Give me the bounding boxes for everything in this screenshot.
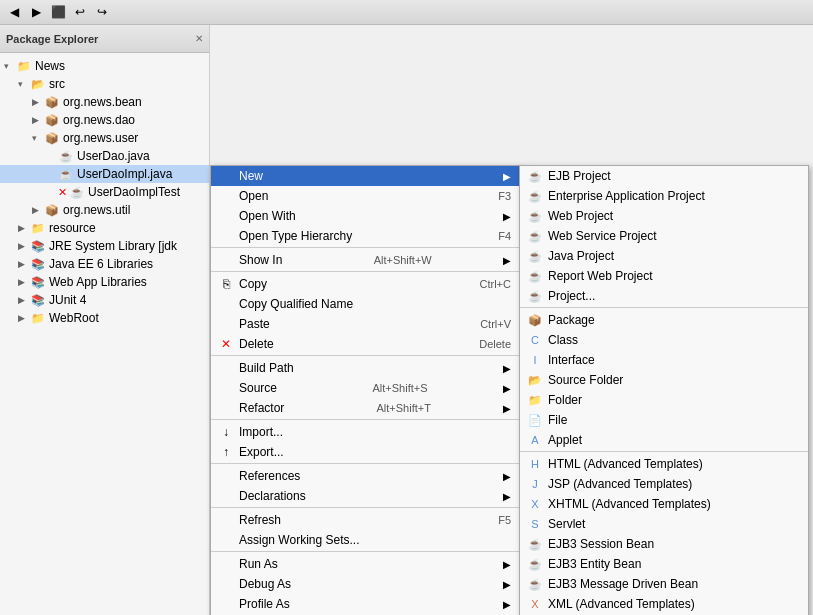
menu-label-profile-as: Profile As [239, 597, 290, 611]
menu-label-ejb3-entity: EJB3 Entity Bean [548, 557, 641, 571]
menu-item-copy[interactable]: ⎘ Copy Ctrl+C [211, 274, 519, 294]
menu-item-open-type[interactable]: Open Type Hierarchy F4 [211, 226, 519, 248]
menu-item-delete[interactable]: ✕ Delete Delete [211, 334, 519, 356]
menu-item-ejb3-session[interactable]: ☕ EJB3 Session Bean [520, 534, 808, 554]
menu-label-ejb-project: EJB Project [548, 169, 611, 183]
menu-item-build-path[interactable]: Build Path ▶ [211, 358, 519, 378]
menu-item-paste[interactable]: Paste Ctrl+V [211, 314, 519, 334]
submenu-arrow-open-with: ▶ [503, 211, 511, 222]
menu-item-ejb3-entity[interactable]: ☕ EJB3 Entity Bean [520, 554, 808, 574]
menu-label-references: References [239, 469, 300, 483]
project-icon: ☕ [526, 290, 544, 303]
tree-item-news[interactable]: ▾ 📁 News [0, 57, 209, 75]
tree-item-userdao[interactable]: ☕ UserDao.java [0, 147, 209, 165]
menu-item-refresh[interactable]: Refresh F5 [211, 510, 519, 530]
menu-item-xml-advanced[interactable]: X XML (Advanced Templates) [520, 594, 808, 614]
tree-item-org-news-bean[interactable]: ▶ 📦 org.news.bean [0, 93, 209, 111]
menu-label-import: Import... [239, 425, 283, 439]
ejb3-entity-icon: ☕ [526, 558, 544, 571]
jsp-icon: J [526, 478, 544, 490]
menu-item-xhtml[interactable]: X XHTML (Advanced Templates) [520, 494, 808, 514]
menu-label-build-path: Build Path [239, 361, 294, 375]
tree-label-javaee: Java EE 6 Libraries [49, 257, 153, 271]
tree-item-org-news-dao[interactable]: ▶ 📦 org.news.dao [0, 111, 209, 129]
menu-item-open[interactable]: Open F3 [211, 186, 519, 206]
menu-item-copy-qualified[interactable]: Copy Qualified Name [211, 294, 519, 314]
tree-label-resource: resource [49, 221, 96, 235]
menu-item-open-with[interactable]: Open With ▶ [211, 206, 519, 226]
menu-item-profile-as[interactable]: Profile As ▶ [211, 594, 519, 614]
tree-item-resource[interactable]: ▶ 📁 resource [0, 219, 209, 237]
shortcut-delete: Delete [459, 338, 511, 350]
menu-item-web-service-project[interactable]: ☕ Web Service Project [520, 226, 808, 246]
menu-item-declarations[interactable]: Declarations ▶ [211, 486, 519, 508]
menu-item-assign-working-sets[interactable]: Assign Working Sets... [211, 530, 519, 552]
tree-item-src[interactable]: ▾ 📂 src [0, 75, 209, 93]
menu-item-package[interactable]: 📦 Package [520, 310, 808, 330]
menu-item-servlet[interactable]: S Servlet [520, 514, 808, 534]
menu-item-java-project[interactable]: ☕ Java Project [520, 246, 808, 266]
java-icon-userdao: ☕ [58, 148, 74, 164]
tree-label-userdaoimpltest: UserDaoImplTest [88, 185, 180, 199]
tree-item-javaee[interactable]: ▶ 📚 Java EE 6 Libraries [0, 255, 209, 273]
tree-label-news: News [35, 59, 65, 73]
menu-item-run-as[interactable]: Run As ▶ [211, 554, 519, 574]
tree-item-org-news-user[interactable]: ▾ 📦 org.news.user [0, 129, 209, 147]
menu-item-folder[interactable]: 📁 Folder [520, 390, 808, 410]
menu-item-export[interactable]: ↑ Export... [211, 442, 519, 464]
menu-item-interface[interactable]: I Interface [520, 350, 808, 370]
tree-item-webroot[interactable]: ▶ 📁 WebRoot [0, 309, 209, 327]
menu-item-new[interactable]: New ▶ [211, 166, 519, 186]
menu-item-web-project[interactable]: ☕ Web Project [520, 206, 808, 226]
menu-item-jsp[interactable]: J JSP (Advanced Templates) [520, 474, 808, 494]
tree-item-jre[interactable]: ▶ 📚 JRE System Library [jdk [0, 237, 209, 255]
menu-item-ejb-project[interactable]: ☕ EJB Project [520, 166, 808, 186]
menu-label-open: Open [239, 189, 268, 203]
tree-item-userdaoimpltest[interactable]: ✕ ☕ UserDaoImplTest [0, 183, 209, 201]
menu-item-refactor[interactable]: Refactor Alt+Shift+T ▶ [211, 398, 519, 420]
arrow-src: ▾ [18, 79, 28, 89]
submenu-arrow-source: ▶ [503, 383, 511, 394]
menu-item-enterprise-app[interactable]: ☕ Enterprise Application Project [520, 186, 808, 206]
jar-icon-webapp: 📚 [30, 274, 46, 290]
menu-item-source[interactable]: Source Alt+Shift+S ▶ [211, 378, 519, 398]
back-button[interactable]: ◀ [4, 2, 24, 22]
close-icon[interactable]: ✕ [195, 33, 203, 44]
menu-item-debug-as[interactable]: Debug As ▶ [211, 574, 519, 594]
redo-button[interactable]: ↪ [92, 2, 112, 22]
ejb3-message-icon: ☕ [526, 578, 544, 591]
jar-icon-javaee: 📚 [30, 256, 46, 272]
menu-item-import[interactable]: ↓ Import... [211, 422, 519, 442]
menu-item-report-web[interactable]: ☕ Report Web Project [520, 266, 808, 286]
stop-button[interactable]: ⬛ [48, 2, 68, 22]
tree-label-util: org.news.util [63, 203, 130, 217]
menu-label-declarations: Declarations [239, 489, 306, 503]
menu-item-html[interactable]: H HTML (Advanced Templates) [520, 454, 808, 474]
menu-item-applet[interactable]: A Applet [520, 430, 808, 452]
web-service-icon: ☕ [526, 230, 544, 243]
source-folder-icon: 📂 [526, 374, 544, 387]
menu-item-ejb3-message[interactable]: ☕ EJB3 Message Driven Bean [520, 574, 808, 594]
menu-item-class[interactable]: C Class [520, 330, 808, 350]
menu-item-file[interactable]: 📄 File [520, 410, 808, 430]
tree-item-webapp[interactable]: ▶ 📚 Web App Libraries [0, 273, 209, 291]
arrow-news: ▾ [4, 61, 14, 71]
menu-label-jsp: JSP (Advanced Templates) [548, 477, 692, 491]
menu-item-show-in[interactable]: Show In Alt+Shift+W ▶ [211, 250, 519, 272]
tree-item-org-news-util[interactable]: ▶ 📦 org.news.util [0, 201, 209, 219]
shortcut-refactor: Alt+Shift+T [356, 402, 430, 414]
jar-icon-junit: 📚 [30, 292, 46, 308]
shortcut-refresh: F5 [478, 514, 511, 526]
arrow-bean: ▶ [32, 97, 42, 107]
tree-item-junit[interactable]: ▶ 📚 JUnit 4 [0, 291, 209, 309]
menu-item-source-folder[interactable]: 📂 Source Folder [520, 370, 808, 390]
undo-button[interactable]: ↩ [70, 2, 90, 22]
forward-button[interactable]: ▶ [26, 2, 46, 22]
menu-item-references[interactable]: References ▶ [211, 466, 519, 486]
menu-label-new: New [239, 169, 263, 183]
package-icon-user: 📦 [44, 130, 60, 146]
tree-item-userdaoimpl[interactable]: ☕ UserDaoImpl.java [0, 165, 209, 183]
report-web-icon: ☕ [526, 270, 544, 283]
folder-icon-webroot: 📁 [30, 310, 46, 326]
menu-item-project[interactable]: ☕ Project... [520, 286, 808, 308]
